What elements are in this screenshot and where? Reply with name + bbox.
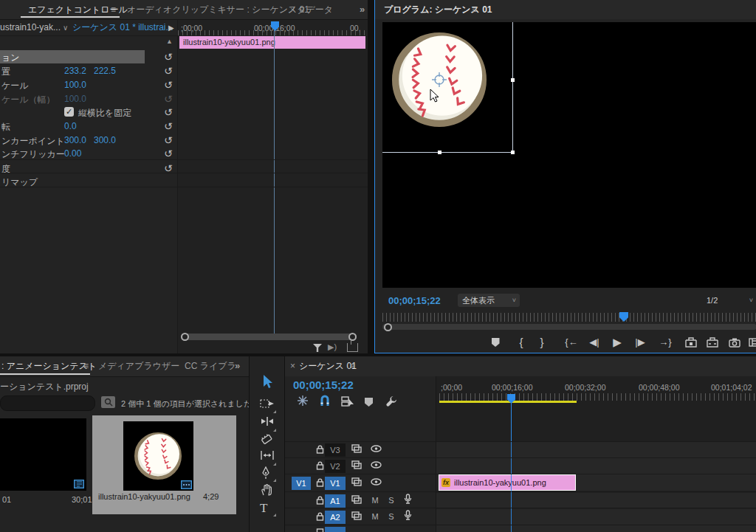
ripple-edit-tool[interactable]: [260, 416, 275, 431]
add-marker-icon[interactable]: [489, 334, 501, 351]
anti-flicker-value[interactable]: 0.00: [64, 148, 81, 159]
reset-icon[interactable]: ↺: [164, 134, 173, 146]
anchor-point-icon[interactable]: [431, 72, 447, 88]
lift-icon[interactable]: [685, 337, 697, 348]
timeline-clip[interactable]: fx illustrain10-yakyuu01.png: [439, 474, 576, 491]
fx-row-motion[interactable]: ョン ↺: [0, 50, 368, 64]
pen-tool[interactable]: [260, 466, 275, 481]
timeline-settings-wrench-icon[interactable]: [385, 395, 398, 407]
track-name-v1[interactable]: V1: [325, 477, 346, 490]
lane-v2[interactable]: [436, 458, 756, 474]
selection-handle-right-mid[interactable]: [511, 78, 515, 82]
fx-timeline-toggle-icon[interactable]: ▶: [168, 24, 174, 32]
sequence-item-name[interactable]: 01: [2, 495, 11, 504]
reset-icon[interactable]: ↺: [164, 65, 173, 77]
fx-ruler-ticks[interactable]: [178, 30, 368, 35]
sequence-clip-name[interactable]: シーケンス 01 * illustrai...: [72, 20, 173, 35]
source-patch-v1[interactable]: V1: [292, 477, 311, 490]
track-name-a3[interactable]: [325, 527, 346, 532]
program-mini-ruler[interactable]: [382, 313, 756, 322]
sync-lock-icon[interactable]: [351, 477, 362, 486]
fx-badge[interactable]: fx: [441, 478, 450, 487]
project-item-sequence[interactable]: [0, 418, 86, 491]
program-timecode[interactable]: 00;00;15;22: [388, 295, 441, 306]
sync-lock-icon[interactable]: [351, 495, 362, 504]
fit-zoom-dropdown[interactable]: 全体表示 ˅: [458, 294, 520, 307]
lane-v3[interactable]: [436, 442, 756, 457]
reset-icon[interactable]: ↺: [164, 120, 173, 132]
track-output-eye-icon[interactable]: [371, 445, 382, 452]
program-menu-icon[interactable]: ≡: [472, 0, 477, 19]
fx-more-panels-icon[interactable]: »: [360, 0, 363, 19]
reset-icon[interactable]: ↺: [164, 79, 173, 91]
png-item-name[interactable]: illustrain10-yakyuu01.png: [98, 492, 190, 501]
project-search-input[interactable]: [0, 395, 95, 411]
master-clip-name[interactable]: ustrain10-yak...: [0, 20, 61, 35]
position-y-value[interactable]: 222.5: [94, 66, 116, 76]
mute-button[interactable]: M: [370, 511, 380, 522]
step-forward-icon[interactable]: |▶: [633, 334, 647, 351]
scale-value[interactable]: 100.0: [64, 80, 86, 90]
timeline-timecode[interactable]: 00;00;15;22: [293, 379, 354, 391]
fx-collapse-icon[interactable]: ▲: [166, 38, 173, 45]
track-output-eye-icon[interactable]: [371, 478, 382, 486]
play-around-icon[interactable]: ▶): [328, 342, 337, 352]
razor-tool[interactable]: [260, 433, 275, 448]
selection-bottom-edge[interactable]: [382, 152, 513, 153]
type-tool[interactable]: T: [260, 501, 275, 516]
fx-row-opacity[interactable]: 度 ↺: [0, 162, 368, 176]
track-output-eye-icon[interactable]: [371, 461, 382, 469]
uniform-scale-checkbox[interactable]: ✓: [64, 107, 74, 117]
selection-handle-bottom-mid[interactable]: [438, 151, 441, 154]
timeline-menu-icon[interactable]: ≡: [350, 356, 355, 376]
snap-magnet-icon[interactable]: [319, 395, 331, 407]
insert-as-nest-icon[interactable]: [297, 395, 309, 407]
extract-icon[interactable]: [707, 337, 718, 348]
play-button-icon[interactable]: ▶: [610, 334, 625, 351]
go-to-out-icon[interactable]: →}: [656, 334, 674, 351]
position-x-value[interactable]: 233.2: [64, 66, 86, 76]
anchor-x-value[interactable]: 300.0: [64, 135, 86, 145]
project-item-png-selected[interactable]: illustrain10-yakyuu01.png 4;29: [92, 415, 236, 514]
solo-button[interactable]: S: [386, 511, 396, 522]
hand-tool[interactable]: [260, 483, 275, 498]
selection-handle-bottom-right[interactable]: [511, 151, 515, 154]
png-thumbnail[interactable]: [123, 421, 193, 491]
tl-ruler-ticks[interactable]: [439, 393, 756, 401]
lock-icon[interactable]: [316, 445, 324, 454]
chevron-down-icon[interactable]: ∨: [63, 20, 68, 35]
timeline-add-marker-icon[interactable]: [365, 398, 373, 407]
solo-button[interactable]: S: [386, 494, 396, 506]
selection-right-edge[interactable]: [512, 22, 513, 152]
sync-lock-icon[interactable]: [351, 511, 362, 520]
export-frame-icon[interactable]: [729, 338, 740, 348]
voiceover-mic-icon[interactable]: [404, 510, 412, 520]
rotation-value[interactable]: 0.0: [64, 121, 77, 131]
fx-zoom-handle-left[interactable]: [181, 333, 189, 341]
track-name-a1[interactable]: A1: [325, 494, 346, 508]
lock-icon[interactable]: [316, 527, 324, 532]
lock-icon[interactable]: [316, 512, 324, 521]
mark-in-icon[interactable]: {: [515, 334, 527, 351]
lane-a1[interactable]: [436, 493, 756, 508]
work-area-bar[interactable]: [439, 401, 577, 403]
project-file-name[interactable]: ーションテスト.prproj: [0, 381, 89, 393]
selection-tool[interactable]: [260, 374, 275, 389]
fx-zoom-handle-right[interactable]: [348, 333, 357, 341]
tab-metadata[interactable]: メタデータ: [288, 0, 333, 19]
go-to-in-icon[interactable]: {←: [563, 334, 580, 351]
reset-icon[interactable]: ↺: [164, 106, 173, 118]
track-select-forward-tool[interactable]: [260, 398, 275, 412]
slip-tool[interactable]: [260, 450, 275, 465]
project-more-panels-icon[interactable]: »: [235, 356, 238, 376]
timeline-tab[interactable]: シーケンス 01: [299, 356, 357, 376]
anchor-y-value[interactable]: 300.0: [94, 135, 116, 145]
track-name-a2[interactable]: A2: [325, 511, 346, 524]
lane-a2[interactable]: [436, 509, 756, 525]
lane-a3[interactable]: [436, 525, 756, 532]
program-zoom-handle[interactable]: [384, 323, 392, 331]
lock-icon[interactable]: [316, 496, 324, 505]
sync-lock-icon[interactable]: [351, 444, 362, 453]
program-video-frame[interactable]: [382, 22, 756, 288]
tab-media-browser[interactable]: メディアブラウザー: [98, 356, 179, 376]
